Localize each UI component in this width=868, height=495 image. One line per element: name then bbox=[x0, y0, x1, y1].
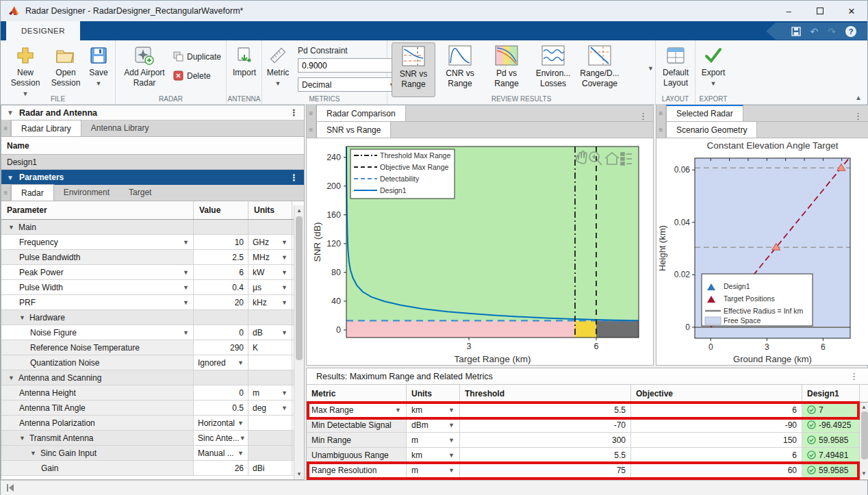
drag-handle-icon[interactable]: ≡ bbox=[307, 121, 316, 138]
units-dropdown-icon[interactable]: ▼ bbox=[448, 467, 455, 474]
param-dropdown-icon[interactable]: ▼ bbox=[183, 329, 189, 336]
tab-designer[interactable]: DESIGNER bbox=[6, 21, 80, 40]
design-row[interactable]: Design1 bbox=[1, 155, 304, 170]
units-dropdown-icon[interactable]: ▼ bbox=[281, 269, 288, 276]
result-row-min-detectable-signal[interactable]: Min Detectable SignaldBm▼-70-90-96.4925 bbox=[307, 418, 868, 433]
panel-menu-icon[interactable]: ⋮ bbox=[850, 371, 858, 381]
panel-menu-icon[interactable]: ⋮ bbox=[854, 111, 863, 121]
format-select[interactable]: Decimal▼ bbox=[298, 77, 399, 92]
param-value[interactable]: 0.5 bbox=[232, 403, 244, 413]
param-row-hardware[interactable]: ▼Hardware bbox=[1, 310, 304, 325]
units-dropdown-icon[interactable]: ▼ bbox=[281, 299, 288, 306]
value-dropdown-icon[interactable]: ▼ bbox=[238, 359, 244, 366]
param-row-sinc-gain-input[interactable]: ▼Sinc Gain InputManual ...▼ bbox=[1, 446, 304, 461]
param-value[interactable]: 2.5 bbox=[232, 253, 244, 262]
gallery-item-pd-vsrange[interactable]: Pd vsRange bbox=[485, 42, 528, 97]
param-value[interactable]: 6 bbox=[239, 268, 244, 277]
tab-radar-comparison[interactable]: Radar Comparison bbox=[316, 105, 406, 121]
threshold-value[interactable]: 5.5 bbox=[460, 448, 631, 462]
metric-button[interactable]: Metric▼ bbox=[264, 43, 292, 89]
units-dropdown-icon[interactable]: ▼ bbox=[281, 390, 288, 396]
param-value[interactable]: Manual ... bbox=[198, 448, 234, 458]
export-button[interactable]: Export▼ bbox=[698, 43, 729, 89]
scroll-down-icon[interactable]: ▼ bbox=[294, 471, 304, 477]
param-row-antenna-and-scanning[interactable]: ▼Antenna and Scanning bbox=[1, 370, 304, 385]
help-icon[interactable]: ? bbox=[845, 26, 856, 37]
results-table-scrollbar[interactable]: ▲ ▼ bbox=[859, 403, 868, 478]
snr-vs-range-chart[interactable]: 0408012016020024036Target Range (km)SNR … bbox=[307, 138, 653, 366]
param-row-main[interactable]: ▼Main bbox=[1, 220, 304, 235]
drag-handle-icon[interactable]: ≡ bbox=[656, 105, 666, 121]
param-row-antenna-tilt-angle[interactable]: Antenna Tilt Angle0.5deg▼ bbox=[1, 401, 304, 416]
objective-value[interactable]: 60 bbox=[631, 463, 802, 477]
param-row-prf[interactable]: PRF▼20kHz▼ bbox=[1, 295, 304, 310]
param-value[interactable]: 26 bbox=[235, 464, 244, 473]
drag-handle-icon[interactable]: ≡ bbox=[656, 121, 666, 138]
units-dropdown-icon[interactable]: ▼ bbox=[281, 254, 288, 261]
param-row-gain[interactable]: Gain26dBi bbox=[1, 461, 304, 476]
group-collapse-icon[interactable]: ▼ bbox=[19, 435, 25, 442]
scroll-down-icon[interactable]: ▼ bbox=[860, 470, 868, 477]
duplicate-button[interactable]: Duplicate bbox=[173, 51, 221, 62]
new-session-button[interactable]: NewSession ▼ bbox=[8, 43, 43, 99]
param-value[interactable]: Ignored bbox=[198, 358, 226, 368]
param-row-antenna-polarization[interactable]: Antenna PolarizationHorizontal▼ bbox=[1, 416, 304, 431]
import-button[interactable]: Import bbox=[229, 43, 259, 78]
param-value[interactable]: 10 bbox=[235, 238, 244, 247]
param-row-frequency[interactable]: Frequency▼10GHz▼ bbox=[1, 235, 304, 250]
scroll-up-icon[interactable]: ▲ bbox=[294, 207, 304, 214]
result-row-range-resolution[interactable]: Range Resolutionm▼756059.9585 bbox=[307, 463, 868, 478]
scenario-geometry-chart[interactable]: Constant Elevation Angle TargetDesign1Ta… bbox=[656, 138, 868, 366]
threshold-value[interactable]: 75 bbox=[460, 463, 631, 477]
threshold-value[interactable]: 5.5 bbox=[460, 403, 631, 417]
collapse-panel-left-icon[interactable] bbox=[6, 484, 14, 492]
save-button[interactable]: Save▼ bbox=[86, 43, 112, 89]
collapse-ribbon-icon[interactable]: ▲ bbox=[855, 94, 862, 101]
add-airport-radar-button[interactable]: Add AirportRadar bbox=[120, 43, 169, 88]
maximize-button[interactable] bbox=[804, 1, 836, 21]
units-dropdown-icon[interactable]: ▼ bbox=[281, 284, 288, 291]
undo-icon[interactable]: ↶ bbox=[810, 27, 819, 36]
param-value[interactable]: 290 bbox=[230, 343, 244, 353]
pd-constraint-input[interactable] bbox=[298, 58, 399, 73]
units-dropdown-icon[interactable]: ▼ bbox=[448, 437, 455, 444]
param-row-peak-power[interactable]: Peak Power▼6kW▼ bbox=[1, 265, 304, 280]
value-dropdown-icon[interactable]: ▼ bbox=[238, 450, 244, 457]
param-value[interactable]: 0 bbox=[239, 328, 244, 338]
legend-menu-icon[interactable] bbox=[621, 153, 632, 165]
minimize-button[interactable]: – bbox=[773, 1, 804, 21]
group-collapse-icon[interactable]: ▼ bbox=[8, 375, 14, 381]
value-dropdown-icon[interactable]: ▼ bbox=[238, 420, 244, 427]
scroll-up-icon[interactable]: ▲ bbox=[860, 404, 868, 410]
gallery-item-snr-vsrange[interactable]: SNR vsRange bbox=[392, 42, 435, 97]
threshold-value[interactable]: -70 bbox=[460, 418, 631, 432]
parameter-table-scrollbar[interactable]: ▲ ▼ bbox=[294, 205, 304, 479]
tab-target[interactable]: Target bbox=[119, 184, 161, 201]
group-collapse-icon[interactable]: ▼ bbox=[8, 224, 14, 231]
drag-handle-icon[interactable]: ≡ bbox=[1, 184, 11, 201]
gallery-item-range-d-coverage[interactable]: Range/D...Coverage bbox=[578, 42, 622, 97]
open-session-button[interactable]: OpenSession bbox=[47, 43, 84, 88]
default-layout-button[interactable]: DefaultLayout bbox=[658, 43, 693, 88]
drag-handle-icon[interactable]: ≡ bbox=[307, 105, 316, 121]
close-button[interactable]: ✕ bbox=[836, 1, 867, 21]
tab-environment[interactable]: Environment bbox=[54, 184, 119, 201]
tab-antenna-library[interactable]: Antenna Library bbox=[81, 120, 159, 136]
units-dropdown-icon[interactable]: ▼ bbox=[448, 407, 455, 414]
units-dropdown-icon[interactable]: ▼ bbox=[448, 422, 455, 429]
param-dropdown-icon[interactable]: ▼ bbox=[183, 299, 189, 306]
tab-scenario-geometry[interactable]: Scenario Geometry bbox=[666, 121, 757, 138]
units-dropdown-icon[interactable]: ▼ bbox=[281, 329, 288, 336]
gallery-expand-button[interactable]: ▼ bbox=[648, 65, 654, 72]
objective-value[interactable]: 6 bbox=[631, 448, 802, 462]
gallery-item-environ-losses[interactable]: Environ...Losses bbox=[531, 42, 575, 97]
scrollbar-thumb[interactable] bbox=[296, 216, 303, 360]
panel-menu-icon[interactable]: ⋮ bbox=[639, 111, 648, 121]
param-value[interactable]: 0.4 bbox=[232, 283, 244, 292]
metric-dropdown-icon[interactable]: ▼ bbox=[395, 407, 401, 414]
collapse-triangle-icon[interactable]: ▼ bbox=[7, 109, 14, 116]
redo-icon[interactable]: ↷ bbox=[828, 27, 836, 36]
drag-handle-icon[interactable]: ≡ bbox=[1, 120, 11, 136]
group-collapse-icon[interactable]: ▼ bbox=[19, 314, 25, 321]
param-value[interactable]: Horizontal bbox=[198, 418, 235, 428]
